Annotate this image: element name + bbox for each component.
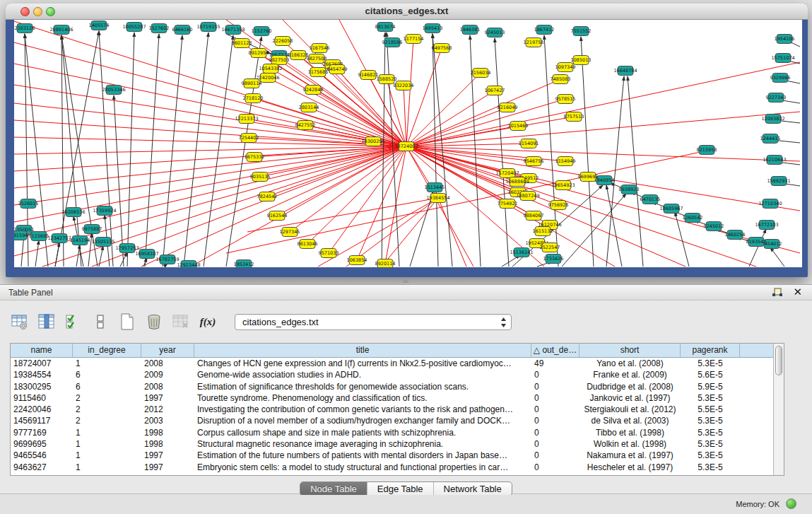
cell-title[interactable]: Embryonic stem cells: a model to study s… (194, 462, 531, 473)
cell-name[interactable]: 9699695 (11, 438, 73, 450)
table-row[interactable]: 1938455462009Genome-wide association stu… (11, 369, 784, 380)
graph-node[interactable]: 19654923 (551, 181, 575, 190)
graph-node[interactable]: 8601128 (232, 39, 252, 48)
graph-edge[interactable] (749, 229, 766, 267)
graph-edge[interactable] (406, 146, 800, 161)
graph-node[interactable]: 6470135 (640, 195, 661, 204)
cell-out_de[interactable]: 0 (531, 392, 579, 404)
graph-node[interactable]: 1867412 (534, 25, 555, 35)
graph-edge[interactable] (141, 146, 406, 267)
graph-node[interactable]: 17359924 (93, 206, 116, 216)
graph-node[interactable]: 20891406 (49, 25, 73, 35)
graph-node[interactable]: 10055287 (122, 23, 146, 32)
cell-name[interactable]: 22420046 (11, 404, 73, 415)
graph-node[interactable]: 9218586 (382, 38, 403, 47)
cell-name[interactable]: 9777169 (11, 427, 73, 438)
delete-rows-trash-icon[interactable] (144, 312, 164, 332)
graph-node[interactable]: 1260542 (683, 214, 703, 223)
graph-node[interactable]: 9146821 (358, 71, 379, 80)
graph-node[interactable]: 9242848 (303, 86, 324, 95)
graph-node[interactable]: 8757513 (564, 112, 584, 122)
cell-out_de[interactable]: 0 (531, 369, 579, 380)
graph-node[interactable]: 15136141 (510, 248, 533, 257)
graph-node[interactable]: 9227343 (766, 93, 787, 103)
graph-edge[interactable] (290, 146, 406, 232)
graph-node[interactable]: 1167546 (310, 44, 330, 53)
cell-pagerank[interactable]: 5.3E-5 (681, 427, 740, 438)
column-header-out_de[interactable]: △ out_de… (531, 344, 579, 357)
cell-in_degree[interactable]: 6 (73, 381, 141, 392)
cell-year[interactable]: 1998 (141, 427, 194, 438)
cell-in_degree[interactable]: 2 (73, 404, 141, 415)
graph-node[interactable]: 9827503 (269, 56, 290, 65)
tab-network-table[interactable]: Network Table (434, 482, 512, 496)
graph-node[interactable]: 9890114 (242, 79, 262, 88)
cell-in_degree[interactable]: 1 (73, 450, 141, 461)
graph-edge[interactable] (61, 35, 81, 267)
graph-node[interactable]: 1513445 (425, 183, 445, 192)
graph-node[interactable]: 1097349 (555, 63, 576, 72)
cell-in_degree[interactable]: 2 (73, 392, 141, 404)
graph-node[interactable]: 1952412 (234, 260, 254, 268)
graph-node[interactable]: 12213373 (235, 115, 258, 124)
select-columns-icon[interactable] (37, 312, 57, 332)
graph-edge[interactable] (495, 38, 509, 267)
graph-node[interactable]: 2803144 (299, 103, 319, 112)
cell-year[interactable]: 2003 (141, 415, 194, 426)
table-row[interactable]: 1830029562008Estimation of significance … (11, 381, 784, 392)
table-row[interactable]: 946554611997Estimation of the future num… (11, 450, 784, 461)
cell-name[interactable]: 9465546 (11, 450, 73, 461)
graph-node[interactable]: 9884067 (524, 211, 544, 221)
graph-node[interactable]: 2156034 (471, 69, 491, 78)
tab-node-table[interactable]: Node Table (300, 482, 367, 496)
cell-year[interactable]: 2008 (141, 381, 194, 392)
new-document-icon[interactable] (117, 312, 137, 332)
graph-edge[interactable] (581, 37, 594, 267)
graph-edge[interactable] (357, 146, 406, 260)
table-row[interactable]: 1872400712008Changes of HCN gene express… (11, 358, 784, 369)
graph-node[interactable]: 8454749 (327, 65, 348, 74)
cell-pagerank[interactable]: 5.3E-5 (681, 450, 740, 461)
cell-name[interactable]: 19384554 (11, 369, 73, 380)
cell-title[interactable]: Investigating the contribution of common… (194, 404, 531, 415)
cell-in_degree[interactable]: 2 (73, 415, 141, 426)
graph-node[interactable]: 1244415 (760, 134, 781, 144)
graph-node[interactable]: 6466160 (172, 25, 193, 35)
cell-title[interactable]: Estimation of the future numbers of pati… (194, 450, 531, 461)
graph-edge[interactable] (99, 246, 103, 267)
cell-out_de[interactable]: 0 (531, 415, 579, 426)
window-titlebar[interactable]: citations_edges.txt (6, 4, 808, 20)
graph-node[interactable]: 9329966 (770, 74, 791, 83)
graph-node[interactable]: 7754921 (498, 199, 518, 209)
graph-node[interactable]: 1527602 (149, 24, 170, 33)
graph-node[interactable]: 10688609 (505, 177, 529, 187)
cell-name[interactable]: 14569117 (11, 415, 73, 426)
scrollbar-thumb[interactable] (775, 346, 782, 375)
graph-node[interactable]: 2718120 (243, 94, 264, 103)
graph-edge[interactable] (76, 245, 80, 267)
graph-node[interactable]: 8215958 (697, 146, 717, 155)
graph-node[interactable]: 9975887 (82, 225, 102, 234)
graph-edge[interactable] (55, 243, 59, 267)
graph-node[interactable]: 1063854 (347, 256, 367, 265)
graph-node[interactable]: 1152760 (252, 27, 272, 36)
column-header-short[interactable]: short (579, 344, 681, 357)
cell-name[interactable]: 18300295 (11, 381, 73, 392)
column-check-icon[interactable] (64, 312, 83, 332)
graph-edge[interactable] (226, 37, 261, 267)
graph-node[interactable]: 16648784 (613, 66, 637, 76)
graph-node[interactable]: 14671358 (221, 25, 245, 35)
cell-short[interactable]: Tibbo et al. (1998) (579, 427, 681, 438)
cell-short[interactable]: Yano et al. (2008) (579, 358, 681, 369)
graph-node[interactable]: 18807249 (516, 192, 539, 201)
graph-node[interactable]: 2526015 (18, 199, 39, 209)
graph-node[interactable]: 1297345 (280, 228, 300, 237)
cell-in_degree[interactable]: 1 (73, 462, 141, 473)
graph-node[interactable]: 1460254 (725, 230, 746, 240)
graph-edge[interactable] (184, 33, 208, 267)
graph-node[interactable]: 2226058 (273, 37, 293, 46)
graph-node[interactable]: 16772103 (755, 221, 778, 230)
cell-name[interactable]: 9115460 (11, 392, 73, 404)
graph-node[interactable]: 8813074 (375, 23, 396, 32)
graph-node[interactable]: 9756928 (548, 201, 569, 210)
